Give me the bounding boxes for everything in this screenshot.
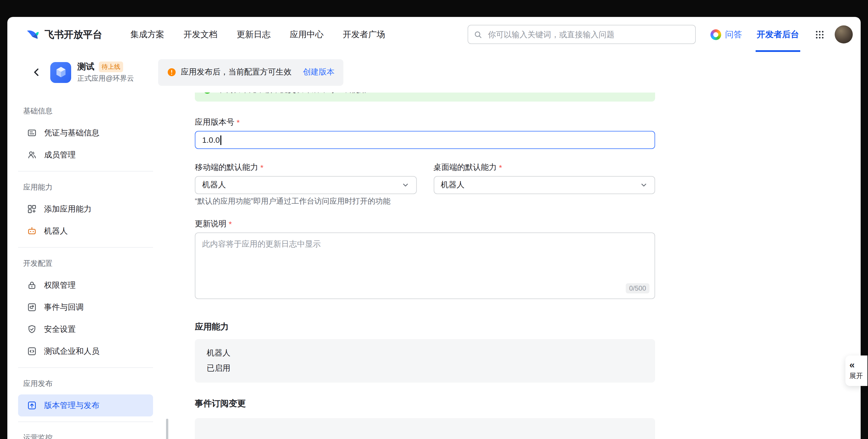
feishu-logo-icon xyxy=(25,27,40,42)
sidebar-section-release: 应用发布 版本管理与发布 xyxy=(18,373,153,422)
required-mark: * xyxy=(229,220,232,229)
console-label: 开发者后台 xyxy=(757,29,799,40)
success-icon xyxy=(203,93,212,94)
event-callback-icon xyxy=(27,302,37,312)
sidebar-section-title: 基础信息 xyxy=(18,100,153,122)
sidebar-item-security[interactable]: 安全设置 xyxy=(18,318,153,340)
sidebar-section-dev-config: 开发配置 权限管理 xyxy=(18,253,153,368)
top-nav: 飞书开放平台 集成方案 开发文档 更新日志 应用中心 开发者广场 问答 xyxy=(7,17,861,52)
capability-status: 已启用 xyxy=(207,363,643,374)
robot-icon xyxy=(27,226,37,236)
nav-item-integration[interactable]: 集成方案 xyxy=(130,29,164,40)
event-section-title: 事件订阅变更 xyxy=(195,398,655,409)
sidebar-item-members[interactable]: 成员管理 xyxy=(18,144,153,166)
desktop-capability-value: 机器人 xyxy=(441,180,465,190)
screen: 飞书开放平台 集成方案 开发文档 更新日志 应用中心 开发者广场 问答 xyxy=(0,0,868,439)
back-button[interactable] xyxy=(31,67,42,78)
update-notes-wrap: 0/500 xyxy=(195,233,655,299)
app-subtitle: 正式应用@环界云 xyxy=(78,74,134,83)
sidebar-item-credentials[interactable]: 凭证与基础信息 xyxy=(18,122,153,144)
browser-page: 飞书开放平台 集成方案 开发文档 更新日志 应用中心 开发者广场 问答 xyxy=(7,17,861,439)
notice-text: 应用发布后，当前配置方可生效 xyxy=(181,67,291,77)
app-meta: 测试 待上线 正式应用@环界云 xyxy=(78,61,134,83)
sidebar-item-add-capability[interactable]: 添加应用能力 xyxy=(18,198,153,220)
shield-icon xyxy=(27,325,37,334)
app-cube-icon xyxy=(55,65,67,79)
sidebar-section-capabilities: 应用能力 添加应用能力 xyxy=(18,177,153,248)
app-icon xyxy=(50,62,71,83)
desktop-capability-select[interactable]: 机器人 xyxy=(433,176,655,194)
sidebar-item-label: 测试企业和人员 xyxy=(44,346,99,356)
mobile-capability-value: 机器人 xyxy=(202,180,226,190)
create-version-link[interactable]: 创建版本 xyxy=(303,67,334,77)
sidebar-scrollbar-thumb[interactable] xyxy=(166,419,168,439)
apps-grid-icon xyxy=(815,30,825,39)
required-mark: * xyxy=(237,118,240,127)
sidebar-item-label: 添加应用能力 xyxy=(44,204,92,214)
app-name: 测试 xyxy=(78,61,94,72)
members-icon xyxy=(27,150,37,160)
expand-icon: « xyxy=(849,360,855,370)
sidebar-item-label: 机器人 xyxy=(44,226,68,236)
search-input[interactable] xyxy=(487,29,689,39)
char-counter: 0/500 xyxy=(626,283,649,294)
sidebar-item-bot[interactable]: 机器人 xyxy=(18,220,153,242)
mobile-capability-select[interactable]: 机器人 xyxy=(195,176,416,194)
sidebar-item-version-release[interactable]: 版本管理与发布 xyxy=(18,395,153,416)
mobile-capability-label: 移动端的默认能力 * xyxy=(195,163,416,173)
required-mark: * xyxy=(260,163,264,172)
capability-hint: “默认的应用功能”即用户通过工作台访问应用时打开的功能 xyxy=(195,196,655,206)
update-notes-textarea[interactable] xyxy=(195,233,655,299)
version-release-icon xyxy=(27,401,37,410)
text-caret xyxy=(220,135,221,145)
back-icon xyxy=(32,67,42,77)
brand-title: 飞书开放平台 xyxy=(44,28,102,41)
sidebar-item-label: 权限管理 xyxy=(44,280,76,290)
user-avatar[interactable] xyxy=(835,25,853,43)
expand-label: 展开 xyxy=(849,371,863,381)
event-summary-box xyxy=(195,418,655,439)
sidebar-item-label: 成员管理 xyxy=(44,150,76,160)
test-org-icon xyxy=(27,346,37,356)
search-icon xyxy=(474,30,482,39)
expand-panel-button[interactable]: « 展开 xyxy=(845,356,867,386)
required-mark: * xyxy=(499,163,502,172)
sidebar-item-label: 版本管理与发布 xyxy=(44,400,99,410)
sidebar-item-label: 事件与回调 xyxy=(44,302,84,312)
nav-item-docs[interactable]: 开发文档 xyxy=(184,29,217,40)
sidebar-item-events[interactable]: 事件与回调 xyxy=(18,296,153,318)
sidebar-item-label: 安全设置 xyxy=(44,324,76,334)
capability-name: 机器人 xyxy=(207,348,643,358)
chevron-down-icon xyxy=(640,181,648,189)
nav-item-dev-plaza[interactable]: 开发者广场 xyxy=(343,29,385,40)
sidebar-item-permissions[interactable]: 权限管理 xyxy=(18,274,153,296)
success-banner: 本次发布免审核，提交发布后即可上线使用 xyxy=(195,93,655,102)
sidebar: 基础信息 凭证与基础信息 xyxy=(18,100,153,439)
feishu-brand[interactable]: 飞书开放平台 xyxy=(25,27,102,42)
nav-item-changelog[interactable]: 更新日志 xyxy=(237,29,271,40)
capability-section-title: 应用能力 xyxy=(195,322,655,332)
publish-notice-banner: 应用发布后，当前配置方可生效 创建版本 xyxy=(158,59,343,86)
tab-developer-console[interactable]: 开发者后台 xyxy=(755,17,800,52)
apps-grid-button[interactable] xyxy=(815,30,825,39)
sidebar-section-ops: 运营监控 xyxy=(18,427,153,439)
sidebar-section-title: 开发配置 xyxy=(18,253,153,274)
warning-icon xyxy=(167,68,176,77)
version-field-label: 应用版本号 * xyxy=(195,117,655,128)
nav-item-app-center[interactable]: 应用中心 xyxy=(290,29,323,40)
default-capability-row: 移动端的默认能力 * 机器人 桌面端的默认能力 * xyxy=(195,163,655,194)
update-notes-label: 更新说明 * xyxy=(195,219,655,229)
desktop-capability-label: 桌面端的默认能力 * xyxy=(433,163,655,173)
capability-summary-box: 机器人 已启用 xyxy=(195,339,655,382)
sidebar-item-test-org[interactable]: 测试企业和人员 xyxy=(18,340,153,362)
success-banner-text: 本次发布免审核，提交发布后即可上线使用 xyxy=(217,93,367,95)
qa-icon xyxy=(710,29,721,40)
app-version-input[interactable]: 1.0.0 xyxy=(195,131,655,149)
qa-button[interactable]: 问答 xyxy=(710,29,742,40)
global-search[interactable] xyxy=(468,25,696,44)
add-capability-icon xyxy=(27,204,37,214)
chevron-down-icon xyxy=(401,181,409,189)
sidebar-section-title: 应用能力 xyxy=(18,177,153,198)
app-status-badge: 待上线 xyxy=(99,61,123,72)
credential-icon xyxy=(27,128,37,138)
